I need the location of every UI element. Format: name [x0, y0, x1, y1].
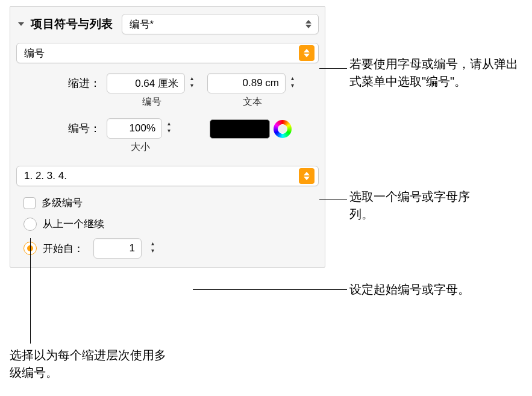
stepper-down-icon[interactable]: ▾ [164, 128, 174, 136]
start-from-row: 开始自： ▴ ▾ [16, 238, 319, 259]
indent-number-input[interactable] [107, 73, 185, 93]
color-well[interactable] [210, 119, 270, 139]
chevron-updown-icon [299, 168, 315, 184]
number-size-sublabel: 大小 [131, 141, 150, 154]
callout-text-2: 选取一个编号或字母序列。 [349, 188, 470, 223]
section-title: 项目符号与列表 [31, 16, 113, 32]
color-picker-icon[interactable] [274, 120, 292, 138]
indent-text-input[interactable] [207, 73, 286, 93]
indent-number-sublabel: 编号 [142, 96, 161, 108]
callout-text-3: 设定起始编号或字母。 [349, 281, 524, 298]
bullet-type-popup[interactable]: 编号 [16, 43, 319, 63]
continue-from-radio[interactable] [23, 218, 37, 231]
list-style-value: 编号* [130, 17, 154, 31]
continue-from-label: 从上一个继续 [43, 217, 104, 231]
stepper-down-icon[interactable]: ▾ [148, 248, 157, 256]
callout-line [30, 238, 31, 344]
indent-number-group: ▴ ▾ 编号 [107, 73, 196, 108]
stepper-down-icon[interactable]: ▾ [187, 83, 196, 90]
indent-row: 缩进： ▴ ▾ 编号 ▴ ▾ 文本 [16, 73, 319, 108]
indent-text-group: ▴ ▾ 文本 [207, 73, 297, 108]
number-size-input[interactable] [107, 118, 162, 139]
start-from-stepper[interactable]: ▴ ▾ [148, 241, 157, 256]
tiered-numbers-row: 多级编号 [16, 196, 319, 210]
indent-label: 缩进： [16, 73, 107, 90]
tiered-numbers-label: 多级编号 [42, 196, 83, 210]
callout-line [319, 200, 347, 200]
indent-number-stepper[interactable]: ▴ ▾ [187, 76, 196, 90]
callout-line [319, 68, 347, 69]
bullet-type-value: 编号 [24, 46, 45, 60]
bullets-lists-panel: 项目符号与列表 编号* 编号 缩进： ▴ ▾ 编号 [10, 6, 325, 268]
tiered-numbers-checkbox[interactable] [23, 197, 36, 209]
chevron-updown-icon [299, 45, 315, 61]
number-format-popup[interactable]: 1. 2. 3. 4. [16, 166, 319, 186]
callout-text-4: 选择以为每个缩进层次使用多级编号。 [10, 347, 166, 382]
number-format-value: 1. 2. 3. 4. [24, 170, 67, 182]
indent-text-stepper[interactable]: ▴ ▾ [287, 76, 297, 90]
stepper-down-icon[interactable]: ▾ [287, 83, 297, 90]
indent-text-sublabel: 文本 [243, 96, 262, 108]
callout-text-1: 若要使用字母或编号，请从弹出式菜单中选取"编号"。 [349, 55, 524, 90]
chevron-updown-icon [302, 16, 315, 32]
list-style-popup[interactable]: 编号* [122, 14, 319, 34]
start-from-input[interactable] [93, 238, 142, 259]
start-from-label: 开始自： [43, 242, 84, 256]
panel-header: 项目符号与列表 编号* [16, 14, 319, 34]
number-size-stepper[interactable]: ▴ ▾ [164, 121, 174, 136]
continue-from-row: 从上一个继续 [16, 217, 319, 231]
number-size-group: ▴ ▾ 大小 [107, 118, 174, 154]
disclosure-triangle-icon[interactable] [16, 19, 26, 29]
number-label: 编号： [16, 118, 107, 136]
callout-line [193, 289, 347, 290]
number-row: 编号： ▴ ▾ 大小 [16, 118, 319, 154]
